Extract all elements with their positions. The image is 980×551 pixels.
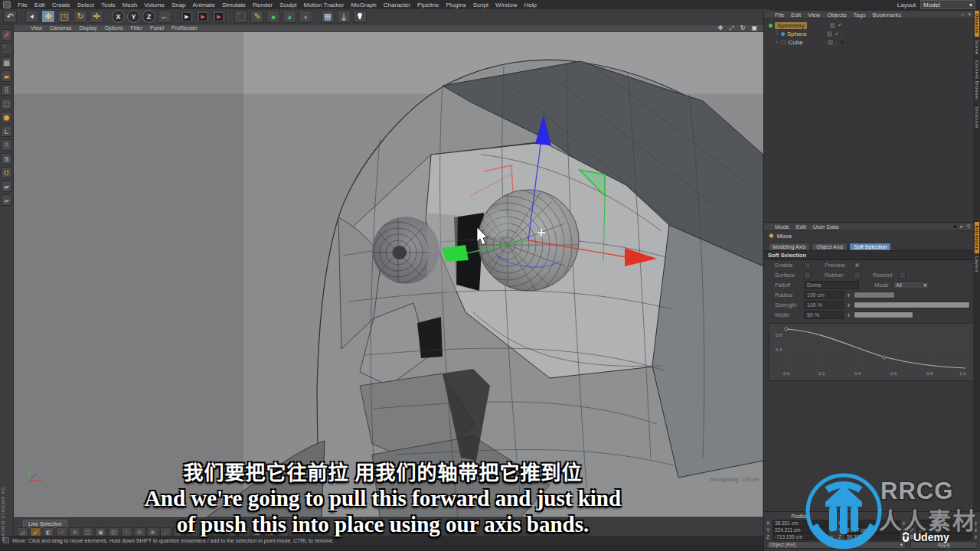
object-row-symmetry[interactable]: Symmetry ✓	[764, 21, 980, 30]
menu-snap[interactable]: Snap	[172, 2, 186, 8]
tab-object-axis[interactable]: Object Axis	[812, 243, 848, 250]
rotate-view-icon[interactable]: ↻	[740, 24, 746, 32]
width-input[interactable]: 50 %	[804, 311, 844, 319]
object-name[interactable]: Cube	[789, 39, 803, 46]
radius-input[interactable]: 100 cm	[804, 291, 844, 299]
perspective-viewport[interactable]: View Cameras Display Options Filter Pane…	[14, 24, 763, 517]
add-primitive-button[interactable]	[234, 10, 248, 23]
last-tool-button[interactable]	[90, 10, 103, 23]
vp-menu-filter[interactable]: Filter	[131, 25, 143, 31]
am-menu-userdata[interactable]: User Data	[813, 223, 839, 230]
size-x-input[interactable]	[844, 520, 900, 527]
preview-checkbox[interactable]: ✓	[854, 262, 861, 269]
menu-render[interactable]: Render	[253, 2, 273, 8]
om-search-icon[interactable]: ⌂	[961, 11, 964, 18]
x-axis-lock-button[interactable]: X	[112, 10, 125, 23]
stepper-icon[interactable]: ⬍	[847, 292, 851, 298]
enable-checkbox[interactable]	[804, 262, 811, 269]
vp-menu-prorender[interactable]: ProRender	[172, 25, 198, 31]
tab-modeling-axis[interactable]: Modeling Axis	[768, 243, 810, 250]
position-mode-dropdown[interactable]: Object (Rel)▾	[766, 541, 834, 549]
falloff-dropdown[interactable]: Dome	[804, 281, 859, 289]
om-menu-tags[interactable]: Tags	[854, 11, 866, 18]
soft-selection-section-header[interactable]: Soft Selection	[764, 250, 980, 260]
workplane-shading-icon[interactable]	[1, 194, 12, 206]
om-filter-icon[interactable]: ▾	[968, 11, 971, 18]
live-selection-tool-button[interactable]	[25, 10, 39, 23]
size-mode-dropdown[interactable]: Size▾	[838, 541, 906, 549]
snap-magnet-icon[interactable]	[1, 167, 12, 178]
render-view-button[interactable]	[180, 10, 194, 23]
add-generator-button[interactable]	[266, 10, 280, 23]
menu-window[interactable]: Window	[495, 2, 517, 8]
history-forward-icon[interactable]: ▸	[960, 223, 963, 230]
z-axis-lock-button[interactable]: Z	[142, 10, 155, 23]
snap-settings-icon[interactable]: S	[1, 153, 12, 165]
add-spline-button[interactable]	[250, 10, 264, 23]
rotate-tool-button[interactable]	[74, 10, 87, 23]
menu-pipeline[interactable]: Pipeline	[417, 2, 439, 8]
apply-button[interactable]: Apply	[910, 541, 978, 549]
vp-menu-display[interactable]: Display	[79, 25, 96, 31]
menu-file[interactable]: File	[18, 2, 28, 8]
object-name[interactable]: Symmetry	[775, 22, 807, 29]
object-name[interactable]: Sphere	[787, 31, 807, 37]
strength-input[interactable]: 100 %	[804, 301, 844, 309]
toggle-view-icon[interactable]: ▣	[751, 24, 757, 32]
undo-button[interactable]	[3, 10, 17, 23]
tab-layers[interactable]: Layers	[975, 253, 979, 276]
model-mode-icon[interactable]	[1, 43, 12, 54]
menu-character[interactable]: Character	[384, 2, 410, 8]
am-menu-edit[interactable]: Edit	[796, 223, 806, 230]
render-settings-button[interactable]	[212, 10, 226, 23]
vp-menu-cameras[interactable]: Cameras	[50, 25, 71, 31]
object-row-sphere[interactable]: └ Sphere ✓ ∴	[764, 30, 980, 38]
menu-help[interactable]: Help	[524, 2, 537, 8]
tab-objects[interactable]: Objects	[975, 11, 979, 37]
menu-script[interactable]: Script	[473, 2, 488, 8]
tab-soft-selection[interactable]: Soft Selection	[849, 243, 891, 250]
om-menu-edit[interactable]: Edit	[791, 11, 801, 18]
visibility-check-icon[interactable]: ✓	[835, 31, 839, 37]
menu-animate[interactable]: Animate	[193, 2, 215, 8]
am-lock-icon[interactable]: ⚲	[967, 223, 971, 230]
restrict-checkbox[interactable]	[899, 272, 906, 279]
visibility-check-icon[interactable]: ✓	[838, 22, 842, 29]
om-menu-file[interactable]: File	[775, 11, 784, 18]
pan-view-icon[interactable]: ✥	[718, 24, 724, 32]
selection-tag-icon[interactable]: ∴	[835, 40, 838, 45]
width-slider[interactable]	[854, 311, 913, 318]
render-to-picture-viewer-button[interactable]	[196, 10, 210, 23]
menu-mesh[interactable]: Mesh	[122, 2, 138, 8]
layout-dropdown[interactable]: Model ▾	[920, 0, 975, 9]
rotation-h-input[interactable]	[916, 520, 972, 527]
object-enabled-dot[interactable]	[769, 24, 773, 28]
coordinate-system-button[interactable]	[158, 10, 172, 23]
om-menu-view[interactable]: View	[808, 11, 820, 18]
surface-checkbox[interactable]	[804, 272, 811, 279]
position-z-input[interactable]: -713.155 cm	[773, 533, 828, 540]
tab-content-browser[interactable]: Content Browser	[975, 57, 979, 103]
locked-workplane-icon[interactable]	[1, 181, 12, 192]
object-row-cube[interactable]: └ ⬚ Cube ∴ ✛	[764, 38, 980, 47]
radius-slider[interactable]	[854, 292, 895, 298]
selection-tag-icon[interactable]: ∴	[841, 31, 844, 37]
scale-tool-button[interactable]	[57, 10, 71, 23]
viewport-solo-icon[interactable]	[1, 139, 12, 151]
tab-attributes[interactable]: Attributes	[975, 222, 979, 253]
menu-simulate[interactable]: Simulate	[222, 2, 246, 8]
stepper-icon[interactable]: ⬍	[847, 302, 851, 308]
vp-menu-panel[interactable]: Panel	[150, 25, 164, 31]
viewport-canvas[interactable]	[14, 32, 763, 517]
add-array-button[interactable]	[321, 10, 335, 23]
om-menu-objects[interactable]: Objects	[827, 11, 846, 18]
edges-mode-icon[interactable]	[1, 98, 12, 109]
workplane-mode-icon[interactable]	[1, 70, 12, 82]
history-back-icon[interactable]: ◀	[952, 223, 956, 230]
add-camera-button[interactable]	[337, 10, 351, 23]
menu-select[interactable]: Select	[77, 2, 94, 8]
y-axis-lock-button[interactable]: Y	[127, 10, 140, 23]
position-x-input[interactable]: 38.351 cm	[773, 520, 828, 527]
menu-volume[interactable]: Volume	[144, 2, 165, 8]
menu-sculpt[interactable]: Sculpt	[279, 2, 296, 8]
